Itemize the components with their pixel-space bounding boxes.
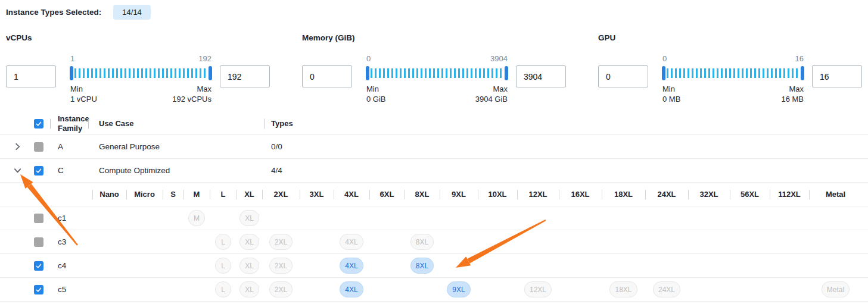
size-cell-c5-56XL <box>730 278 770 301</box>
pill-c5-18XL[interactable]: 18XL <box>609 281 637 297</box>
size-column-header-XL: XL <box>237 183 262 206</box>
use-case-cell: General Purpose <box>88 135 265 158</box>
size-column-header-S: S <box>163 183 183 206</box>
use-case-cell: Compute Optimized <box>88 159 265 182</box>
instance-checkbox-c1[interactable] <box>34 214 43 223</box>
memory-slider-min-handle[interactable] <box>366 66 369 80</box>
column-header-instance-family: Instance Family <box>50 112 88 134</box>
chevron-right-icon <box>13 142 22 151</box>
column-header-types-label: Types <box>271 119 293 129</box>
gpu-min-input[interactable] <box>598 65 648 87</box>
pill-c4-8XL[interactable]: 8XL <box>410 258 434 274</box>
gpu-slider-min-handle[interactable] <box>662 66 665 80</box>
expand-column-spacer <box>6 278 29 301</box>
pill-c5-4XL[interactable]: 4XL <box>340 281 363 297</box>
pill-c5-24XL[interactable]: 24XL <box>653 281 680 297</box>
selected-count-badge: 14/14 <box>113 5 151 20</box>
size-cell-c4-M <box>183 254 210 277</box>
pill-c3-2XL[interactable]: 2XL <box>269 234 293 250</box>
size-cell-c1-Nano <box>92 206 126 230</box>
select-all-checkbox[interactable] <box>34 119 43 129</box>
pill-c4-L[interactable]: L <box>215 258 231 274</box>
memory-slider-max-handle[interactable] <box>505 66 508 80</box>
size-header-row: NanoMicroSMLXL2XL3XL4XL6XL8XL9XL10XL12XL… <box>0 183 868 206</box>
memory-slider-track[interactable] <box>366 66 508 80</box>
filter-section-memory: Memory (GiB)03904Min0 GiBMax3904 GiB <box>302 33 566 104</box>
size-column-label: S <box>170 190 176 199</box>
pill-c4-4XL[interactable]: 4XL <box>340 258 363 274</box>
vcpus-slider-max-handle[interactable] <box>209 66 212 80</box>
size-cell-c4-10XL <box>478 254 517 277</box>
size-cell-c3-Micro <box>126 230 163 253</box>
instance-name: c4 <box>58 261 66 270</box>
slider-range-labels: 03904 <box>366 54 508 63</box>
gpu-max-input[interactable] <box>812 65 862 87</box>
pill-c5-12XL[interactable]: 12XL <box>524 281 552 297</box>
chevron-down-icon <box>13 166 22 175</box>
slider-min-caption: Min1 vCPU <box>70 84 97 104</box>
size-column-label: 12XL <box>528 190 547 199</box>
size-cell-c3-S <box>163 230 183 253</box>
pill-c3-4XL[interactable]: 4XL <box>340 234 363 250</box>
size-cell-c5-L: L <box>210 278 237 301</box>
max-caption-detail: 3904 GiB <box>475 94 508 104</box>
size-column-header-9XL: 9XL <box>440 183 478 206</box>
pill-c4-XL[interactable]: XL <box>239 258 259 274</box>
size-cell-c1-M: M <box>183 206 210 230</box>
size-column-header-M: M <box>183 183 210 206</box>
vcpus-max-input[interactable] <box>220 65 270 87</box>
vcpus-slider-min-handle[interactable] <box>70 66 73 80</box>
pill-c5-9XL[interactable]: 9XL <box>447 281 470 297</box>
instance-checkbox-cell <box>29 230 50 253</box>
instance-checkbox-c4[interactable] <box>34 261 43 271</box>
collapse-toggle-C[interactable] <box>6 159 29 182</box>
family-name-cell: A <box>50 135 88 158</box>
size-cell-c1-2XL <box>262 206 300 230</box>
pill-c3-XL[interactable]: XL <box>239 234 259 250</box>
family-checkbox-C[interactable] <box>34 166 43 175</box>
size-column-label: Nano <box>99 190 119 199</box>
pill-c3-L[interactable]: L <box>215 234 231 250</box>
pill-c5-2XL[interactable]: 2XL <box>269 281 293 297</box>
column-header-types: Types <box>265 112 868 134</box>
size-cell-c5-9XL: 9XL <box>440 278 478 301</box>
instance-checkbox-c3[interactable] <box>34 237 43 247</box>
pill-c5-L[interactable]: L <box>215 281 231 297</box>
size-column-header-8XL: 8XL <box>405 183 440 206</box>
size-cell-c4-2XL: 2XL <box>262 254 300 277</box>
size-cell-c4-3XL <box>300 254 334 277</box>
pill-c5-XL[interactable]: XL <box>239 281 259 297</box>
memory-max-input[interactable] <box>516 65 566 87</box>
size-column-label: 3XL <box>310 190 324 199</box>
size-cell-c4-6XL <box>369 254 405 277</box>
slider-min-caption: Min0 MB <box>662 84 680 104</box>
instance-checkbox-c5[interactable] <box>34 285 43 294</box>
size-cell-c3-56XL <box>730 230 770 253</box>
size-cell-c3-2XL: 2XL <box>262 230 300 253</box>
checkbox-column-spacer <box>29 183 50 206</box>
select-all-cell <box>29 112 50 134</box>
resource-filters: vCPUs1192Min1 vCPUMax192 vCPUsMemory (Gi… <box>0 33 868 104</box>
memory-min-input[interactable] <box>302 65 352 87</box>
pill-c1-XL[interactable]: XL <box>239 210 259 226</box>
expand-toggle-A[interactable] <box>6 135 29 158</box>
min-caption-text: Min <box>366 84 386 94</box>
size-cell-c1-6XL <box>369 206 405 230</box>
instance-checkbox-cell <box>29 278 50 301</box>
family-column-spacer <box>50 183 92 206</box>
vcpus-min-input[interactable] <box>6 65 56 87</box>
gpu-slider-max-handle[interactable] <box>801 66 804 80</box>
size-cell-c1-9XL <box>440 206 478 230</box>
gpu-slider-track[interactable] <box>662 66 804 80</box>
vcpus-slider-track[interactable] <box>70 66 211 80</box>
slider-max-caption: Max16 MB <box>781 84 804 104</box>
pill-c5-Metal[interactable]: Metal <box>822 281 850 297</box>
size-cell-c5-6XL <box>369 278 405 301</box>
pill-c1-M[interactable]: M <box>188 210 205 226</box>
pill-c4-2XL[interactable]: 2XL <box>269 258 293 274</box>
slider-range-labels: 016 <box>662 54 804 63</box>
pill-c3-8XL[interactable]: 8XL <box>410 234 434 250</box>
family-checkbox-A[interactable] <box>34 142 43 152</box>
types-count-cell: 4/4 <box>265 159 868 182</box>
filter-section-vcpus: vCPUs1192Min1 vCPUMax192 vCPUs <box>6 33 270 104</box>
